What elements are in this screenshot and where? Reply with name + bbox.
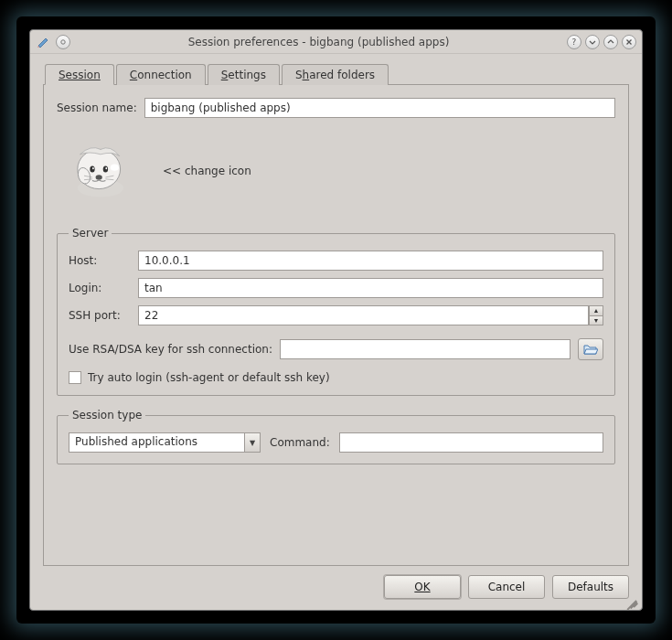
ssh-port-down[interactable]: ▼ (589, 315, 603, 325)
close-button[interactable] (622, 35, 636, 49)
tab-page-session: Session name: (43, 85, 629, 566)
tab-connection[interactable]: Connection (116, 64, 206, 85)
auto-login-label: Try auto login (ssh-agent or default ssh… (88, 371, 330, 384)
resize-grip[interactable] (626, 594, 639, 607)
svg-point-0 (61, 39, 65, 43)
minimize-button[interactable] (585, 35, 600, 49)
cancel-button[interactable]: Cancel (468, 575, 545, 599)
login-input[interactable] (138, 278, 603, 298)
server-fieldset: Server Host: Login: SSH port: ▲ ▼ (57, 227, 615, 396)
dialog-window: Session preferences - bigbang (published… (29, 29, 643, 611)
host-input[interactable] (138, 251, 603, 271)
session-name-input[interactable] (144, 98, 615, 118)
ssh-port-input[interactable] (138, 305, 589, 325)
session-type-fieldset: Session type Published applications ▼ Co… (57, 409, 615, 464)
tab-settings[interactable]: Settings (208, 64, 280, 85)
help-button[interactable]: ? (567, 35, 581, 49)
server-legend: Server (69, 227, 112, 240)
window-title: Session preferences - bigbang (published… (76, 36, 561, 48)
maximize-button[interactable] (603, 35, 618, 49)
ssh-port-label: SSH port: (69, 309, 133, 322)
session-type-combo[interactable]: Published applications ▼ (69, 432, 261, 453)
ssh-port-up[interactable]: ▲ (589, 305, 603, 315)
session-name-label: Session name: (57, 101, 137, 114)
browse-key-button[interactable] (578, 338, 603, 360)
pin-button[interactable] (56, 35, 70, 49)
defaults-button[interactable]: Defaults (552, 575, 629, 599)
svg-point-9 (96, 175, 102, 179)
rsa-key-input[interactable] (280, 339, 571, 359)
session-type-value: Published applications (69, 432, 244, 453)
tab-session[interactable]: Session (45, 64, 114, 85)
login-label: Login: (69, 282, 133, 294)
auto-login-checkbox[interactable] (69, 371, 81, 384)
command-input[interactable] (339, 432, 603, 453)
dialog-button-row: OK Cancel Defaults (43, 575, 629, 599)
session-icon[interactable] (68, 136, 133, 205)
folder-open-icon (583, 343, 598, 356)
app-icon (36, 35, 50, 49)
svg-point-7 (92, 167, 94, 169)
svg-point-6 (103, 165, 108, 172)
svg-point-8 (105, 167, 107, 169)
ssh-port-spinbox: ▲ ▼ (138, 305, 603, 325)
session-type-dropdown[interactable]: ▼ (244, 432, 261, 453)
ok-button[interactable]: OK (384, 575, 461, 599)
svg-point-4 (111, 165, 119, 171)
tab-bar: Session Connection Settings Shared folde… (43, 63, 629, 85)
rsa-key-label: Use RSA/DSA key for ssh connection: (69, 343, 272, 356)
command-label: Command: (270, 436, 330, 449)
change-icon-label: << change icon (163, 165, 251, 177)
host-label: Host: (69, 254, 133, 267)
session-type-legend: Session type (69, 409, 145, 421)
svg-point-5 (90, 165, 94, 172)
tab-shared-folders[interactable]: Shared folders (282, 64, 389, 85)
titlebar: Session preferences - bigbang (published… (30, 30, 642, 54)
